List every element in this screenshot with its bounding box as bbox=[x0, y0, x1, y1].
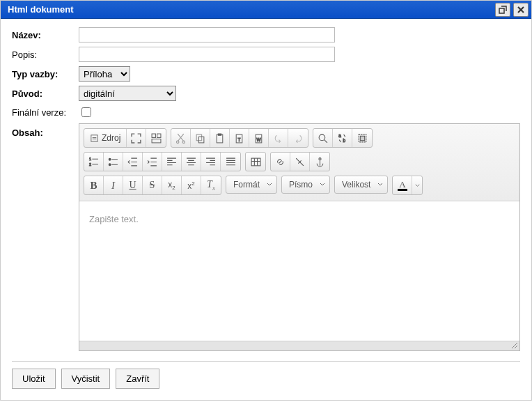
search-icon bbox=[318, 133, 328, 144]
outdent-icon bbox=[127, 157, 138, 167]
final-version-checkbox[interactable] bbox=[81, 107, 91, 117]
align-justify-icon bbox=[226, 157, 236, 167]
maximize-button[interactable] bbox=[495, 3, 510, 17]
editor-content[interactable]: Zapište text. bbox=[79, 201, 519, 341]
superscript-button[interactable]: x2 bbox=[182, 176, 201, 194]
svg-rect-8 bbox=[217, 134, 224, 143]
replace-button[interactable]: ab bbox=[333, 129, 352, 147]
toolbar-row-3: B I U S x2 x2 Tx Formát bbox=[84, 176, 515, 195]
indent-icon bbox=[147, 157, 157, 167]
size-combo-label: Velikost bbox=[342, 180, 370, 190]
align-center-button[interactable] bbox=[182, 153, 201, 171]
label-origin: Původ: bbox=[12, 88, 79, 99]
window-title: Html dokument bbox=[3, 4, 74, 15]
size-combo[interactable]: Velikost bbox=[334, 176, 388, 194]
description-input[interactable] bbox=[79, 47, 335, 62]
dialog-body: Název: Popis: Typ vazby: Příloha Původ: … bbox=[1, 19, 531, 400]
row-content: Obsah: Zdroj bbox=[12, 123, 520, 351]
row-origin: Původ: digitální bbox=[12, 86, 520, 101]
name-input[interactable] bbox=[79, 27, 335, 42]
svg-point-14 bbox=[319, 134, 325, 141]
close-dialog-button[interactable]: Zavřít bbox=[116, 369, 159, 389]
format-combo[interactable]: Formát bbox=[226, 176, 277, 194]
save-button[interactable]: Uložit bbox=[12, 369, 56, 389]
select-all-icon bbox=[357, 133, 368, 144]
row-final-version: Finální verze: bbox=[12, 105, 520, 119]
footer-buttons: Uložit Vyčistit Zavřít bbox=[12, 369, 520, 389]
bulleted-list-button[interactable] bbox=[104, 153, 123, 171]
bulleted-list-icon bbox=[108, 157, 118, 167]
font-combo[interactable]: Písmo bbox=[281, 176, 330, 194]
editor-wrap: Zdroj T W bbox=[79, 123, 520, 351]
strike-icon: S bbox=[150, 180, 155, 191]
text-color-icon: A bbox=[399, 180, 405, 189]
wysiwyg-editor: Zdroj T W bbox=[79, 123, 520, 351]
strike-button[interactable]: S bbox=[143, 176, 162, 194]
subscript-button[interactable]: x2 bbox=[162, 176, 182, 194]
close-icon bbox=[517, 6, 525, 14]
paste-word-button[interactable]: W bbox=[249, 129, 269, 147]
undo-button[interactable] bbox=[269, 129, 288, 147]
svg-text:T: T bbox=[238, 137, 241, 141]
paste-text-icon: T bbox=[234, 133, 244, 144]
cut-icon bbox=[175, 133, 186, 144]
find-button[interactable] bbox=[313, 129, 333, 147]
cut-button[interactable] bbox=[171, 129, 191, 147]
underline-button[interactable]: U bbox=[123, 176, 143, 194]
close-button[interactable] bbox=[513, 3, 529, 17]
editor-resize-grip[interactable] bbox=[79, 341, 519, 350]
italic-button[interactable]: I bbox=[104, 176, 123, 194]
binding-type-select[interactable]: Příloha bbox=[79, 66, 130, 82]
separator bbox=[12, 361, 520, 362]
svg-rect-1 bbox=[152, 134, 155, 137]
indent-button[interactable] bbox=[143, 153, 162, 171]
source-label: Zdroj bbox=[102, 133, 120, 143]
align-right-icon bbox=[205, 157, 216, 167]
show-blocks-button[interactable] bbox=[146, 129, 166, 147]
paste-text-button[interactable]: T bbox=[230, 129, 249, 147]
row-binding-type: Typ vazby: Příloha bbox=[12, 66, 520, 82]
anchor-button[interactable] bbox=[310, 153, 329, 171]
select-all-button[interactable] bbox=[352, 129, 372, 147]
toolbar-group-lists: 12 bbox=[84, 152, 241, 171]
unlink-button[interactable] bbox=[290, 153, 310, 171]
svg-text:a: a bbox=[338, 133, 341, 138]
link-button[interactable] bbox=[271, 153, 290, 171]
outdent-button[interactable] bbox=[123, 153, 143, 171]
text-color-dropdown[interactable] bbox=[412, 176, 422, 194]
align-justify-button[interactable] bbox=[221, 153, 240, 171]
redo-button[interactable] bbox=[288, 129, 308, 147]
svg-point-21 bbox=[109, 158, 111, 160]
chevron-down-icon bbox=[415, 183, 420, 188]
chevron-down-icon bbox=[267, 182, 272, 187]
redo-icon bbox=[293, 133, 304, 144]
anchor-icon bbox=[315, 157, 325, 167]
titlebar-buttons bbox=[495, 3, 529, 17]
origin-select[interactable]: digitální bbox=[79, 86, 176, 101]
subscript-icon: x2 bbox=[168, 180, 175, 191]
superscript-icon: x2 bbox=[187, 180, 194, 191]
clear-button[interactable]: Vyčistit bbox=[61, 369, 111, 389]
numbered-list-button[interactable]: 12 bbox=[84, 153, 104, 171]
svg-rect-9 bbox=[219, 134, 221, 135]
source-button[interactable]: Zdroj bbox=[84, 129, 127, 147]
dialog-window: Html dokument Název: Popis: Typ vazby: P… bbox=[0, 0, 532, 401]
copy-button[interactable] bbox=[191, 129, 210, 147]
toolbar-group-format: B I U S x2 x2 Tx bbox=[84, 176, 221, 195]
underline-icon: U bbox=[129, 180, 136, 191]
paste-button[interactable] bbox=[210, 129, 230, 147]
bold-button[interactable]: B bbox=[84, 176, 104, 194]
align-right-button[interactable] bbox=[201, 153, 221, 171]
row-name: Název: bbox=[12, 27, 520, 42]
bold-icon: B bbox=[90, 180, 97, 192]
row-description: Popis: bbox=[12, 47, 520, 62]
toolbar-row-2: 12 bbox=[84, 152, 515, 171]
align-left-button[interactable] bbox=[162, 153, 182, 171]
text-color-button[interactable]: A bbox=[393, 176, 412, 194]
toolbar-group-clipboard: T W bbox=[171, 128, 308, 148]
svg-rect-23 bbox=[251, 158, 260, 166]
remove-format-button[interactable]: Tx bbox=[201, 176, 221, 194]
fullscreen-button[interactable] bbox=[127, 129, 146, 147]
replace-icon: ab bbox=[337, 133, 347, 144]
table-button[interactable] bbox=[246, 153, 265, 171]
